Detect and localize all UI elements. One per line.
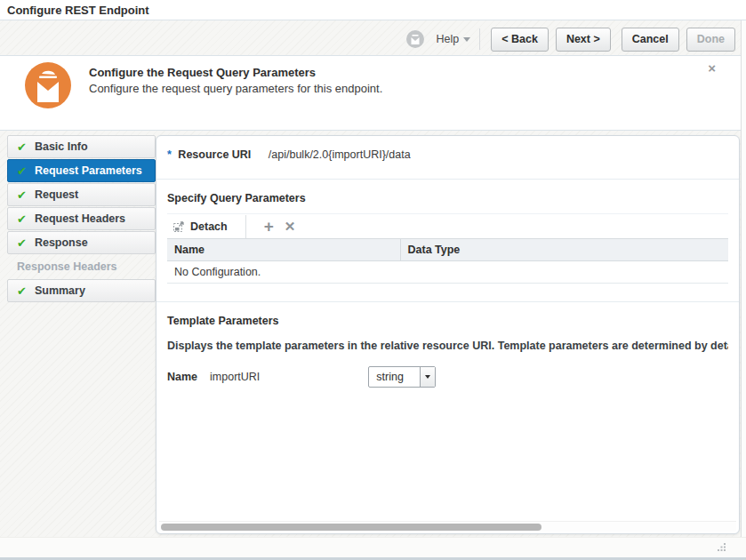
data-type-select[interactable]: string [368,366,436,388]
toolbar-divider [479,28,480,50]
rest-adapter-icon [25,62,71,108]
help-label: Help [437,33,460,45]
sidebar-item-label: Response Headers [17,260,117,273]
wizard-steps-nav: ✔ Basic Info ✔ Request Parameters ✔ Requ… [7,135,156,303]
required-asterisk: * [167,148,172,161]
template-params-section-title: Template Parameters [167,315,728,329]
cancel-button[interactable]: Cancel [622,28,679,52]
footer-strip [0,537,746,557]
wizard-header: Configure the Request Query Parameters C… [0,55,741,131]
step-content-panel: * Resource URI /api/bulk/2.0{importURI}/… [156,135,740,534]
window-right-edge [741,20,746,560]
next-button[interactable]: Next > [556,28,611,52]
column-header-name[interactable]: Name [167,239,400,261]
detach-button[interactable]: Detach [167,220,233,233]
resource-uri-value: /api/bulk/2.0{importURI}/data [269,148,411,161]
sidebar-item-request[interactable]: ✔ Request [7,183,156,206]
close-icon[interactable]: × [708,61,716,75]
adapter-badge-icon [406,30,424,48]
done-button[interactable]: Done [686,28,735,52]
query-params-section-title: Specify Query Parameters [167,192,728,206]
sidebar-item-request-headers[interactable]: ✔ Request Headers [7,207,156,230]
table-row: No Configuration. [167,261,728,284]
window-title: Configure REST Endpoint [7,4,149,17]
chevron-down-icon [425,375,430,379]
sidebar-item-label: Request Parameters [35,164,142,177]
check-icon: ✔ [17,236,27,250]
check-icon: ✔ [17,284,27,298]
resize-grip-icon[interactable] [716,541,726,552]
delete-parameter-icon[interactable]: ✕ [279,220,301,233]
add-parameter-icon[interactable]: + [259,218,279,235]
sidebar-item-response-headers: Response Headers [7,255,156,278]
table-header-row: Name Data Type [167,239,728,261]
check-icon: ✔ [17,188,27,202]
resource-uri-row: * Resource URI /api/bulk/2.0{importURI}/… [167,148,728,164]
sidebar-item-summary[interactable]: ✔ Summary [7,279,156,302]
template-param-row: Name importURI string [167,366,728,388]
sidebar-item-label: Summary [35,284,85,297]
query-params-toolbar: Detach + ✕ [167,213,728,238]
section-divider [156,301,739,302]
section-divider [156,179,739,180]
empty-table-message: No Configuration. [167,261,728,284]
sidebar-item-label: Basic Info [35,140,88,153]
param-name-value: importURI [210,371,260,383]
sidebar-item-label: Request [35,188,78,201]
query-params-table: Name Data Type No Configuration. [167,238,728,284]
sidebar-item-request-parameters[interactable]: ✔ Request Parameters [7,159,156,182]
horizontal-scrollbar[interactable] [159,521,736,532]
toolbar-divider [245,215,246,238]
detach-label: Detach [190,220,228,233]
configure-rest-endpoint-dialog: Configure REST Endpoint Help < Back Next… [0,0,746,560]
param-name-label: Name [167,371,197,383]
scrollbar-thumb[interactable] [161,524,541,531]
chevron-down-icon [463,37,470,42]
wizard-toolbar: Help < Back Next > Cancel Done [406,27,736,52]
sidebar-item-response[interactable]: ✔ Response [7,231,156,254]
check-icon: ✔ [17,212,27,226]
sidebar-item-label: Response [35,236,88,249]
sidebar-item-basic-info[interactable]: ✔ Basic Info [7,135,156,158]
window-title-bar: Configure REST Endpoint [0,0,746,20]
check-icon: ✔ [17,164,27,178]
check-icon: ✔ [17,140,27,154]
back-button[interactable]: < Back [491,28,549,52]
detach-icon [172,220,185,233]
data-type-selected-value: string [369,367,420,387]
sidebar-item-label: Request Headers [35,212,125,225]
dialog-background: Help < Back Next > Cancel Done Configure… [0,20,746,560]
column-header-data-type[interactable]: Data Type [400,239,728,261]
select-dropdown-button[interactable] [420,367,435,387]
resource-uri-label: Resource URI [178,148,251,161]
wizard-step-subtitle: Configure the request query parameters f… [89,82,382,95]
wizard-step-title: Configure the Request Query Parameters [89,66,316,79]
help-menu[interactable]: Help [437,33,471,45]
template-params-description: Displays the template parameters in the … [167,340,728,354]
